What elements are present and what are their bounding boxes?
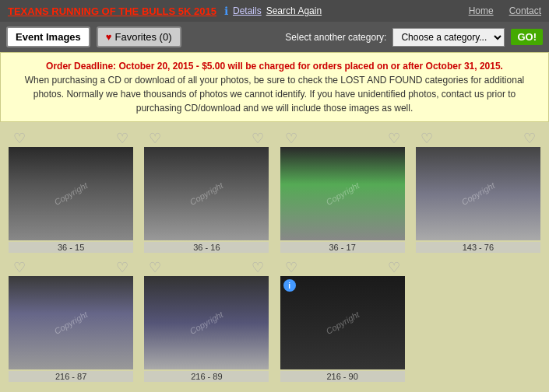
favorite-button-4[interactable]: ♡ [417,130,436,147]
photo-label-7: 216 - 90 [280,371,405,382]
favorite-button-3b[interactable]: ♡ [385,130,403,147]
photo-item-4: ♡ ♡ Copyright 143 - 76 [414,130,543,253]
photo-controls-top-3: ♡ ♡ [280,130,405,147]
photo-controls-top-6: ♡ ♡ [144,259,269,276]
favorite-button-6[interactable]: ♡ [146,259,164,276]
photo-controls-top-1: ♡ ♡ [9,130,133,147]
photo-label-3: 36 - 17 [280,242,405,253]
photo-label-6: 216 - 89 [144,371,269,382]
details-link[interactable]: Details [233,5,262,16]
copyright-overlay-2: Copyright [188,180,225,207]
favorites-tab[interactable]: ♥ Favorites (0) [97,26,181,47]
photo-frame-5[interactable]: Copyright [9,276,133,369]
favorite-button-1b[interactable]: ♡ [113,130,132,147]
nav-links: Home Contact [469,5,541,16]
copyright-overlay-4: Copyright [459,180,496,207]
nav-home[interactable]: Home [469,5,494,16]
heart-icon: ♥ [106,31,112,43]
category-label: Select another category: [285,32,386,43]
photo-controls-top-4: ♡ ♡ [416,130,540,147]
favorite-button-2[interactable]: ♡ [146,130,164,147]
notice-deadline: Order Deadline: October 20, 2015 - $5.00… [46,61,503,72]
favorite-button-1[interactable]: ♡ [10,130,29,147]
event-title[interactable]: TEXANS RUNNING OF THE BULLS 5K 2015 [8,5,216,17]
photo-info-badge-7[interactable]: i [283,279,296,292]
photo-frame-7[interactable]: i Copyright [280,276,405,369]
photo-item-2: ♡ ♡ Copyright 36 - 16 [142,130,271,253]
favorite-button-3[interactable]: ♡ [282,130,301,147]
photo-item-6: ♡ ♡ Copyright 216 - 89 [142,259,271,382]
photo-item-1: ♡ ♡ Copyright 36 - 15 [6,130,135,253]
notice-line2: When purchasing a CD or download of all … [10,73,539,115]
photo-label-4: 143 - 76 [416,242,540,253]
copyright-overlay-5: Copyright [53,310,90,336]
photo-item-3: ♡ ♡ Copyright 36 - 17 [278,130,407,253]
photo-frame-1[interactable]: Copyright [9,147,133,240]
copyright-overlay-1: Copyright [53,180,90,207]
favorite-button-6b[interactable]: ♡ [248,259,267,276]
search-again-link[interactable]: Search Again [266,5,322,16]
header-left: TEXANS RUNNING OF THE BULLS 5K 2015 ℹ De… [8,5,322,17]
photo-frame-2[interactable]: Copyright [144,147,269,240]
favorite-button-2b[interactable]: ♡ [248,130,267,147]
photo-controls-top-2: ♡ ♡ [144,130,269,147]
photo-controls-top-5: ♡ ♡ [9,259,133,276]
photo-frame-4[interactable]: Copyright [416,147,540,240]
notice-line1: Order Deadline: October 20, 2015 - $5.00… [10,59,539,73]
photo-label-2: 36 - 16 [144,242,269,253]
favorites-label: Favorites (0) [115,31,172,43]
photo-frame-6[interactable]: Copyright [144,276,269,369]
favorite-button-7b[interactable]: ♡ [385,259,403,276]
favorite-button-5[interactable]: ♡ [10,259,29,276]
nav-contact[interactable]: Contact [509,5,541,16]
favorite-button-7[interactable]: ♡ [282,259,301,276]
photo-frame-3[interactable]: Copyright [280,147,405,240]
header-bar: TEXANS RUNNING OF THE BULLS 5K 2015 ℹ De… [0,0,549,22]
photo-item-7: ♡ ♡ i Copyright 216 - 90 [278,259,407,382]
category-select[interactable]: Choose a category... [392,28,505,47]
photo-label-5: 216 - 87 [9,371,133,382]
favorite-button-4b[interactable]: ♡ [520,130,539,147]
favorite-button-5b[interactable]: ♡ [113,259,132,276]
photo-label-1: 36 - 15 [9,242,133,253]
event-images-tab[interactable]: Event Images [6,26,90,47]
photo-grid: ♡ ♡ Copyright 36 - 15 ♡ ♡ Copyright 36 -… [0,122,549,390]
info-icon[interactable]: ℹ [224,5,228,17]
photo-item-5: ♡ ♡ Copyright 216 - 87 [6,259,135,382]
go-button[interactable]: GO! [511,29,543,45]
photo-controls-top-7: ♡ ♡ [280,259,405,276]
tabs-row: Event Images ♥ Favorites (0) Select anot… [0,22,549,52]
notice-bar: Order Deadline: October 20, 2015 - $5.00… [0,52,549,122]
copyright-overlay-3: Copyright [324,180,361,207]
copyright-overlay-6: Copyright [188,310,225,336]
copyright-overlay-7: Copyright [324,310,361,336]
header-info: ℹ Details Search Again [224,5,322,17]
